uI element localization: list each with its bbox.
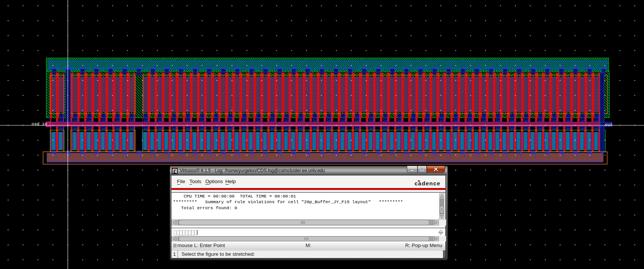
svg-text:osd_in: osd_in xyxy=(32,121,47,126)
svg-text:out: out xyxy=(605,122,613,127)
